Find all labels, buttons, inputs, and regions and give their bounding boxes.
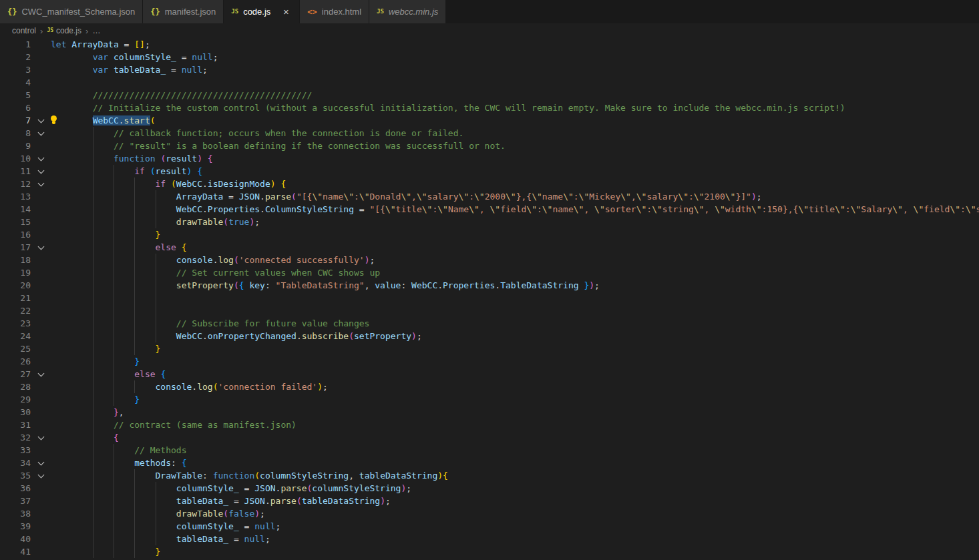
code-line[interactable]: 36 columnStyle_ = JSON.parse(columnStyle… bbox=[0, 482, 979, 495]
code-line[interactable]: 12 if (WebCC.isDesignMode) { bbox=[0, 178, 979, 190]
line-number: 34 bbox=[0, 457, 31, 469]
line-number: 24 bbox=[0, 330, 31, 342]
line-number: 27 bbox=[0, 368, 31, 380]
line-content: let ArrayData = []; bbox=[51, 38, 979, 51]
code-text: drawTable(false); bbox=[51, 509, 265, 519]
code-text: else { bbox=[51, 369, 166, 379]
tab-code-js[interactable]: JScode.js× bbox=[224, 0, 300, 23]
line-content: { bbox=[51, 431, 979, 444]
code-line[interactable]: 10 function (result) { bbox=[0, 152, 979, 165]
code-line[interactable]: 21 bbox=[0, 292, 979, 304]
code-line[interactable]: 28 console.log('connection failed'); bbox=[0, 380, 979, 393]
chevron-down-icon[interactable] bbox=[37, 459, 44, 465]
json-file-icon: {} bbox=[7, 8, 17, 16]
code-line[interactable]: 41 } bbox=[0, 545, 979, 558]
code-line[interactable]: 7 WebCC.start( bbox=[0, 114, 979, 127]
code-line[interactable]: 29 } bbox=[0, 393, 979, 406]
code-line[interactable]: 23 // Subscribe for future value changes bbox=[0, 317, 979, 330]
code-line[interactable]: 30 }, bbox=[0, 406, 979, 418]
code-text: WebCC.onPropertyChanged.subscribe(setPro… bbox=[51, 331, 422, 341]
code-text: DrawTable: function(columnStyleString, t… bbox=[51, 471, 448, 481]
tab-manifest-json[interactable]: {}manifest.json bbox=[143, 0, 224, 23]
fold-column[interactable] bbox=[31, 241, 51, 254]
code-line[interactable]: 2 var columnStyle_ = null; bbox=[0, 51, 979, 63]
fold-column[interactable] bbox=[31, 152, 51, 165]
fold-column[interactable] bbox=[31, 114, 51, 127]
code-line[interactable]: 6 // Initialize the custom control (with… bbox=[0, 101, 979, 114]
line-number: 2 bbox=[0, 51, 31, 63]
code-line[interactable]: 9 // "result" is a boolean defining if t… bbox=[0, 139, 979, 152]
fold-column[interactable] bbox=[31, 127, 51, 139]
line-content: } bbox=[51, 342, 979, 355]
chevron-down-icon[interactable] bbox=[37, 116, 44, 123]
fold-column[interactable] bbox=[31, 469, 51, 482]
line-content: } bbox=[51, 393, 979, 406]
line-content: var tableData_ = null; bbox=[51, 63, 979, 76]
code-line[interactable]: 37 tableData_ = JSON.parse(tableDataStri… bbox=[0, 495, 979, 507]
code-line[interactable]: 5 //////////////////////////////////////… bbox=[0, 89, 979, 101]
code-line[interactable]: 19 // Set current values when CWC shows … bbox=[0, 266, 979, 279]
code-line[interactable]: 33 // Methods bbox=[0, 444, 979, 457]
line-content: // Initialize the custom control (withou… bbox=[51, 101, 979, 114]
fold-column[interactable] bbox=[31, 165, 51, 178]
chevron-down-icon[interactable] bbox=[37, 180, 44, 186]
breadcrumb-item[interactable]: JScode.js bbox=[47, 26, 81, 35]
chevron-down-icon[interactable] bbox=[37, 167, 44, 174]
fold-column[interactable] bbox=[31, 457, 51, 469]
code-line[interactable]: 31 // contract (same as manifest.json) bbox=[0, 418, 979, 431]
chevron-down-icon[interactable] bbox=[37, 243, 44, 250]
chevron-down-icon[interactable] bbox=[37, 370, 44, 376]
code-line[interactable]: 20 setProperty({ key: "TableDataString",… bbox=[0, 279, 979, 292]
code-line[interactable]: 8 // callback function; occurs when the … bbox=[0, 127, 979, 139]
code-line[interactable]: 1let ArrayData = []; bbox=[0, 38, 979, 51]
code-text: WebCC.Properties.ColumnStyleString = "[{… bbox=[51, 204, 979, 214]
code-line[interactable]: 14 WebCC.Properties.ColumnStyleString = … bbox=[0, 203, 979, 216]
code-line[interactable]: 15 drawTable(true); bbox=[0, 216, 979, 228]
code-text: var tableData_ = null; bbox=[51, 65, 208, 75]
tab-cwc-manifest-schema-json[interactable]: {}CWC_manifest_Schema.json bbox=[0, 0, 143, 23]
code-line[interactable]: 22 bbox=[0, 304, 979, 317]
fold-column[interactable] bbox=[31, 431, 51, 444]
tab-index-html[interactable]: <>index.html bbox=[300, 0, 369, 23]
line-number: 3 bbox=[0, 63, 31, 76]
code-line[interactable]: 40 tableData_ = null; bbox=[0, 533, 979, 545]
breadcrumb-item[interactable]: control bbox=[12, 26, 36, 35]
close-icon[interactable]: × bbox=[280, 6, 292, 18]
line-number: 4 bbox=[0, 76, 31, 89]
code-line[interactable]: 26 } bbox=[0, 355, 979, 368]
line-content: // contract (same as manifest.json) bbox=[51, 418, 979, 431]
code-line[interactable]: 39 columnStyle_ = null; bbox=[0, 520, 979, 533]
chevron-down-icon[interactable] bbox=[37, 154, 44, 161]
line-content: tableData_ = JSON.parse(tableDataString)… bbox=[51, 495, 979, 507]
code-line[interactable]: 27 else { bbox=[0, 368, 979, 380]
json-file-icon: {} bbox=[150, 8, 160, 16]
line-number: 36 bbox=[0, 482, 31, 495]
code-line[interactable]: 24 WebCC.onPropertyChanged.subscribe(set… bbox=[0, 330, 979, 342]
line-number: 28 bbox=[0, 380, 31, 393]
tab-label: CWC_manifest_Schema.json bbox=[21, 7, 135, 17]
code-line[interactable]: 18 console.log('connected successfully')… bbox=[0, 254, 979, 266]
code-line[interactable]: 35 DrawTable: function(columnStyleString… bbox=[0, 469, 979, 482]
chevron-down-icon[interactable] bbox=[37, 129, 44, 135]
fold-column[interactable] bbox=[31, 178, 51, 190]
breadcrumb-item[interactable]: … bbox=[92, 26, 100, 35]
code-text: console.log('connection failed'); bbox=[51, 382, 328, 392]
code-line[interactable]: 32 { bbox=[0, 431, 979, 444]
code-line[interactable]: 3 var tableData_ = null; bbox=[0, 63, 979, 76]
line-number: 11 bbox=[0, 165, 31, 178]
code-line[interactable]: 17 else { bbox=[0, 241, 979, 254]
tab-webcc-min-js[interactable]: JSwebcc.min.js bbox=[369, 0, 446, 23]
line-content: var columnStyle_ = null; bbox=[51, 51, 979, 63]
code-line[interactable]: 13 ArrayData = JSON.parse("[{\"name\":\"… bbox=[0, 190, 979, 203]
code-line[interactable]: 34 methods: { bbox=[0, 457, 979, 469]
fold-column[interactable] bbox=[31, 368, 51, 380]
code-line[interactable]: 4 bbox=[0, 76, 979, 89]
chevron-down-icon[interactable] bbox=[37, 471, 44, 478]
code-line[interactable]: 38 drawTable(false); bbox=[0, 507, 979, 520]
line-content: ArrayData = JSON.parse("[{\"name\":\"Don… bbox=[51, 190, 979, 203]
code-line[interactable]: 11 if (result) { bbox=[0, 165, 979, 178]
code-line[interactable]: 16 } bbox=[0, 228, 979, 241]
chevron-down-icon[interactable] bbox=[37, 433, 44, 440]
tab-label: code.js bbox=[243, 7, 270, 17]
code-line[interactable]: 25 } bbox=[0, 342, 979, 355]
